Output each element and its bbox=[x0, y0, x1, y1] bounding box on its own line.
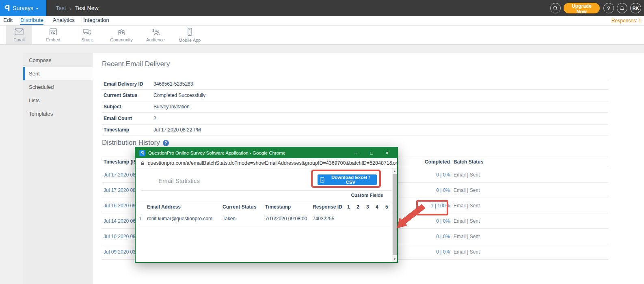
upgrade-now-button[interactable]: Upgrade Now bbox=[564, 3, 600, 13]
sidebar-item-sent[interactable]: Sent bbox=[23, 67, 93, 80]
completed-link[interactable]: 0 | 0% bbox=[404, 187, 450, 193]
sidebar-item-scheduled[interactable]: Scheduled bbox=[23, 80, 93, 94]
row-index: 1 bbox=[139, 216, 142, 222]
toolbar-item-community[interactable]: Community bbox=[108, 26, 134, 44]
distribution-help-button[interactable]: ? bbox=[163, 140, 169, 146]
breadcrumb-current: Test New bbox=[75, 5, 99, 11]
maximize-button[interactable]: □ bbox=[364, 148, 379, 158]
favicon-letter: P bbox=[141, 151, 144, 155]
table-row: Subject Survey Invitation bbox=[102, 101, 608, 112]
popup-titlebar[interactable]: P QuestionPro Online Survey Software App… bbox=[136, 148, 397, 158]
row-value: Survey Invitation bbox=[153, 104, 190, 110]
email-icon bbox=[14, 28, 24, 36]
popup-scrollbar[interactable]: ▲ ▼ bbox=[392, 168, 397, 262]
scroll-down-icon[interactable]: ▼ bbox=[392, 257, 397, 262]
popup-table-header-row: Email Address Current Status Timestamp R… bbox=[139, 202, 391, 212]
batch-status-text: Email | Sent bbox=[454, 234, 480, 239]
email-statistics-heading: Email Statistics bbox=[158, 177, 200, 184]
column-header-batch-status: Batch Status bbox=[454, 159, 483, 165]
help-icon: ? bbox=[607, 5, 610, 11]
responses-count[interactable]: Responses: 1 bbox=[612, 18, 641, 24]
email-sidebar: Compose Sent Scheduled Lists Templates bbox=[23, 53, 93, 284]
lock-icon bbox=[140, 161, 145, 166]
notifications-button[interactable] bbox=[617, 3, 627, 13]
column-header-email: Email Address bbox=[147, 204, 181, 210]
distribute-toolbar: Email Embed Share Community $ bbox=[0, 26, 644, 45]
popup-table-row: 1 rohit.kumar@questionpro.com Taken 7/16… bbox=[139, 212, 391, 225]
chevron-down-icon: ▾ bbox=[36, 6, 38, 11]
column-header-cf1: 1 bbox=[347, 204, 350, 210]
toolbar-item-label: Embed bbox=[46, 37, 61, 42]
download-excel-csv-button[interactable]: x Download Excel / CSV bbox=[318, 174, 377, 185]
search-button[interactable] bbox=[550, 3, 561, 13]
row-value: Completed Successfully bbox=[153, 93, 205, 98]
toolbar-item-label: Mobile App bbox=[179, 38, 201, 43]
column-header-cf2: 2 bbox=[357, 204, 359, 210]
completed-link[interactable]: 0 | 0% bbox=[404, 218, 450, 224]
help-button[interactable]: ? bbox=[603, 3, 614, 13]
toolbar-item-share[interactable]: Share bbox=[74, 26, 100, 44]
breadcrumb-parent[interactable]: Test bbox=[56, 5, 66, 11]
scroll-up-icon[interactable]: ▲ bbox=[392, 169, 397, 174]
table-row: Timestamp Jul 17 2020 08:22 PM bbox=[102, 124, 608, 136]
surveys-menu-button[interactable]: P Surveys ▾ bbox=[0, 0, 46, 16]
product-name: Surveys bbox=[13, 5, 33, 11]
download-button-label: Download Excel / CSV bbox=[327, 175, 374, 185]
column-header-cf4: 4 bbox=[376, 204, 378, 210]
tab-analytics[interactable]: Analytics bbox=[53, 17, 75, 24]
tab-distribute[interactable]: Distribute bbox=[20, 17, 43, 25]
column-header-cf5: 5 bbox=[385, 204, 388, 210]
toolbar-item-label: Share bbox=[81, 37, 93, 42]
completed-link-highlighted[interactable]: 1 | 100% bbox=[404, 203, 450, 209]
app-root: P Surveys ▾ Test › Test New Upgrade Now … bbox=[0, 0, 644, 284]
batch-status-text: Email | Sent bbox=[454, 187, 480, 193]
close-button[interactable]: × bbox=[379, 148, 395, 158]
completed-link[interactable]: 0 | 0% bbox=[404, 234, 450, 239]
column-header-cf3: 3 bbox=[366, 204, 369, 210]
row-timestamp: 7/16/2020 09:08:00 bbox=[265, 216, 307, 222]
batch-status-text: Email | Sent bbox=[454, 203, 480, 209]
batch-status-text: Email | Sent bbox=[454, 249, 480, 255]
sidebar-item-compose[interactable]: Compose bbox=[23, 54, 93, 67]
embed-icon bbox=[49, 28, 58, 36]
section-tabbar: Edit Distribute Analytics Integration Re… bbox=[0, 16, 644, 26]
mobile-app-icon bbox=[186, 28, 194, 37]
row-status: Taken bbox=[223, 216, 236, 222]
excel-file-icon: x bbox=[320, 177, 324, 183]
completed-link[interactable]: 0 | 0% bbox=[404, 249, 450, 255]
distribution-history-title: Distribution History ? bbox=[102, 139, 169, 147]
table-row: Email Count 2 bbox=[102, 112, 608, 124]
row-label: Subject bbox=[102, 104, 153, 110]
row-label: Email Delivery ID bbox=[102, 81, 153, 87]
completed-link[interactable]: 0 | 0% bbox=[404, 172, 450, 178]
bell-icon bbox=[619, 5, 625, 11]
row-value: Jul 17 2020 08:22 PM bbox=[153, 127, 201, 133]
sidebar-item-lists[interactable]: Lists bbox=[23, 94, 93, 107]
toolbar-item-mobile-app[interactable]: Mobile App bbox=[177, 26, 203, 44]
batch-status-text: Email | Sent bbox=[454, 172, 480, 178]
popup-address-bar[interactable]: questionpro.com/a/emailBatchStats.do?mod… bbox=[136, 158, 397, 168]
minimize-button[interactable]: – bbox=[348, 148, 364, 158]
user-avatar[interactable]: RK bbox=[630, 3, 641, 13]
column-header-status: Current Status bbox=[223, 204, 256, 210]
scrollbar-thumb[interactable] bbox=[393, 174, 397, 255]
help-icon: ? bbox=[164, 141, 167, 145]
toolbar-item-label: Audience bbox=[146, 37, 165, 42]
row-email: rohit.kumar@questionpro.com bbox=[147, 216, 212, 222]
batch-status-text: Email | Sent bbox=[454, 218, 480, 224]
toolbar-item-email[interactable]: Email bbox=[6, 26, 32, 44]
top-navbar: P Surveys ▾ Test › Test New Upgrade Now … bbox=[0, 0, 644, 16]
tab-integration[interactable]: Integration bbox=[83, 17, 109, 24]
svg-text:$: $ bbox=[152, 28, 154, 32]
recent-delivery-title-text: Recent Email Delivery bbox=[102, 60, 170, 68]
popup-url-text: questionpro.com/a/emailBatchStats.do?mod… bbox=[148, 160, 397, 166]
distribution-history-title-text: Distribution History bbox=[102, 139, 160, 147]
sidebar-item-templates[interactable]: Templates bbox=[23, 107, 93, 120]
share-icon bbox=[82, 28, 92, 36]
toolbar-item-audience[interactable]: $ Audience bbox=[143, 26, 169, 44]
popup-content: Email Statistics x Download Excel / CSV … bbox=[136, 168, 397, 262]
breadcrumb-separator-icon: › bbox=[70, 5, 71, 11]
tab-edit[interactable]: Edit bbox=[3, 17, 13, 24]
email-statistics-popup-window: P QuestionPro Online Survey Software App… bbox=[135, 147, 398, 263]
toolbar-item-embed[interactable]: Embed bbox=[40, 26, 66, 44]
